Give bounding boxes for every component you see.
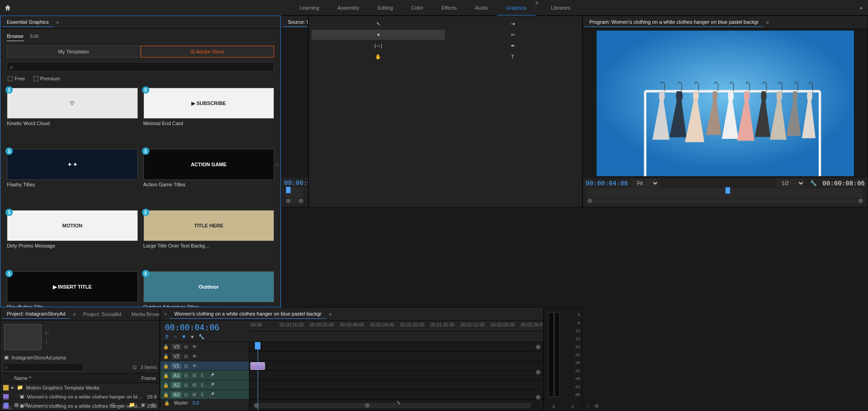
type-tool[interactable]: T: [446, 52, 579, 62]
workspace-tab-libraries[interactable]: Libraries: [542, 0, 579, 16]
template-item[interactable]: $TITLE HERELarge Title Over Text Backg…: [143, 210, 275, 267]
panel-menu-icon[interactable]: ≡: [71, 311, 77, 317]
audio-track-header[interactable]: 🔒A2⊟MS🎤: [160, 380, 249, 390]
sync-lock-icon[interactable]: ⊟: [184, 364, 190, 369]
pen-tool[interactable]: ✒: [446, 41, 579, 51]
project-tab[interactable]: Project: SocialAd: [79, 310, 126, 319]
timeline-tracks-area[interactable]: ⤣: [249, 342, 543, 411]
step-fwd-icon[interactable]: |▶: [295, 206, 299, 208]
sync-lock-icon[interactable]: ⊟: [184, 344, 190, 349]
template-item[interactable]: $✦ ✦Flashy Titles: [7, 149, 138, 206]
project-item[interactable]: ▸📁 Motion Graphics Template Media: [0, 383, 159, 392]
video-track-header[interactable]: 🔒V2⊟👁: [160, 352, 249, 361]
template-item[interactable]: $▶ INSERT TITLEPlay Button Title: [7, 271, 138, 307]
solo-left[interactable]: S: [552, 404, 555, 409]
lock-icon[interactable]: 🔒: [163, 364, 169, 369]
close-sequence-icon[interactable]: ×: [162, 311, 169, 317]
workspace-tab-effects[interactable]: Effects: [432, 0, 466, 16]
program-zoom-select[interactable]: Fit: [632, 179, 659, 187]
dropdown-icon[interactable]: ○: [587, 403, 590, 409]
lock-icon[interactable]: 🔒: [163, 354, 169, 359]
eg-title[interactable]: Essential Graphics: [2, 17, 53, 27]
new-item-icon[interactable]: ▣: [141, 402, 145, 408]
col-name[interactable]: Name ^: [14, 375, 141, 381]
sort-icon[interactable]: ≡: [57, 402, 59, 408]
home-button[interactable]: [0, 0, 16, 16]
workspace-tab-editing[interactable]: Editing: [368, 0, 402, 16]
find-icon[interactable]: ⌕: [120, 402, 123, 408]
my-templates-button[interactable]: My Templates: [7, 46, 141, 58]
find-icon[interactable]: ⊡: [132, 364, 137, 370]
workspace-tab-learning[interactable]: Learning: [291, 0, 328, 16]
lock-icon[interactable]: 🔒: [163, 373, 169, 378]
free-checkbox[interactable]: Free: [8, 76, 25, 81]
panel-menu-icon[interactable]: ≡: [54, 20, 61, 25]
workspace-tab-graphics[interactable]: Graphics: [497, 0, 535, 16]
linked-selection-icon[interactable]: ∩: [173, 334, 177, 340]
new-bin-icon[interactable]: 📁: [129, 402, 135, 408]
template-item[interactable]: $OutdoorOutdoor Adventure Titles: [143, 271, 275, 307]
icon-view-icon[interactable]: ▦: [14, 402, 19, 408]
source-scrollbar[interactable]: [286, 199, 303, 203]
add-marker-icon[interactable]: ▼: [181, 334, 186, 340]
toggle-track-icon[interactable]: 👁: [192, 344, 198, 349]
template-item[interactable]: $▶ SUBSCRIBEMinimal End Card: [143, 88, 275, 144]
track-height-handle[interactable]: ⤣: [397, 400, 401, 406]
workspace-tab-assembly[interactable]: Assembly: [328, 0, 369, 16]
freeform-view-icon[interactable]: ⊞: [24, 402, 28, 408]
track-label[interactable]: A2: [171, 382, 181, 388]
lock-icon[interactable]: 🔒: [163, 383, 169, 388]
track-label[interactable]: V1: [171, 363, 181, 369]
audio-track-header[interactable]: 🔒A3⊟MS🎤: [160, 390, 249, 400]
slip-tool[interactable]: |↔|: [312, 41, 445, 51]
template-item[interactable]: $MOTIONDirty Promo Message: [7, 210, 138, 267]
template-item[interactable]: $ACTION GAMEAction Game Titles: [143, 149, 275, 206]
eg-edit-tab[interactable]: Edit: [30, 32, 39, 41]
source-monitor[interactable]: [281, 29, 308, 178]
toggle-track-icon[interactable]: 👁: [192, 364, 198, 369]
panel-menu-icon[interactable]: ≡: [764, 20, 771, 25]
premium-checkbox[interactable]: Premium: [33, 76, 60, 81]
trash-icon[interactable]: 🗑: [151, 402, 156, 408]
razor-tool[interactable]: ✂: [446, 30, 579, 40]
snap-icon[interactable]: ⚲: [165, 334, 169, 340]
sync-lock-icon[interactable]: ⊟: [184, 383, 190, 388]
timeline-timecode[interactable]: 00:00:04:06: [165, 322, 245, 332]
voice-over-icon[interactable]: 🎤: [209, 383, 214, 388]
v-scroll-handle[interactable]: [536, 345, 540, 349]
lock-icon[interactable]: 🔒: [163, 392, 169, 397]
workspace-tab-audio[interactable]: Audio: [466, 0, 497, 16]
source-tab[interactable]: Source: Women's clothing on a white clot…: [283, 17, 308, 27]
program-resolution-select[interactable]: 1/2: [776, 179, 804, 187]
track-label[interactable]: V2: [171, 353, 181, 359]
lock-icon[interactable]: 🔒: [164, 400, 169, 406]
solo-icon[interactable]: S: [201, 373, 206, 378]
auto-match-icon[interactable]: ⟲: [111, 402, 115, 408]
project-tab[interactable]: Media Browser: [127, 310, 160, 319]
voice-over-icon[interactable]: 🎤: [209, 392, 214, 397]
settings-icon[interactable]: ⚙: [594, 403, 599, 409]
audio-track-header[interactable]: 🔒A1⊟MS🎤: [160, 371, 249, 380]
timeline-settings-icon[interactable]: ▾: [191, 334, 194, 340]
program-monitor[interactable]: [583, 29, 868, 178]
timeline-zoom-bar[interactable]: [254, 403, 531, 408]
track-select-tool[interactable]: ⇥: [446, 19, 579, 29]
program-tab[interactable]: Program: Women's clothing on a white clo…: [585, 17, 763, 27]
master-value[interactable]: 0.0: [193, 400, 199, 406]
selection-tool[interactable]: ↖: [312, 19, 445, 29]
sync-lock-icon[interactable]: ⊟: [184, 354, 190, 359]
sequence-tab[interactable]: Women's clothing on a white clothes hang…: [169, 309, 326, 319]
zoom-slider[interactable]: ○────: [34, 402, 51, 408]
solo-icon[interactable]: S: [201, 392, 206, 397]
solo-icon[interactable]: S: [201, 383, 206, 388]
panel-menu-icon[interactable]: ≡: [327, 311, 333, 317]
program-scrollbar[interactable]: [587, 199, 863, 203]
solo-right[interactable]: S: [571, 404, 574, 409]
sync-lock-icon[interactable]: ⊟: [184, 392, 190, 397]
voice-over-icon[interactable]: 🎤: [209, 373, 214, 378]
wrench-icon[interactable]: 🔧: [198, 334, 205, 340]
track-label[interactable]: A3: [171, 392, 181, 398]
status-icon[interactable]: △: [9, 404, 12, 410]
track-label[interactable]: V3: [171, 344, 181, 350]
expand-icon[interactable]: ◇: [275, 162, 279, 168]
